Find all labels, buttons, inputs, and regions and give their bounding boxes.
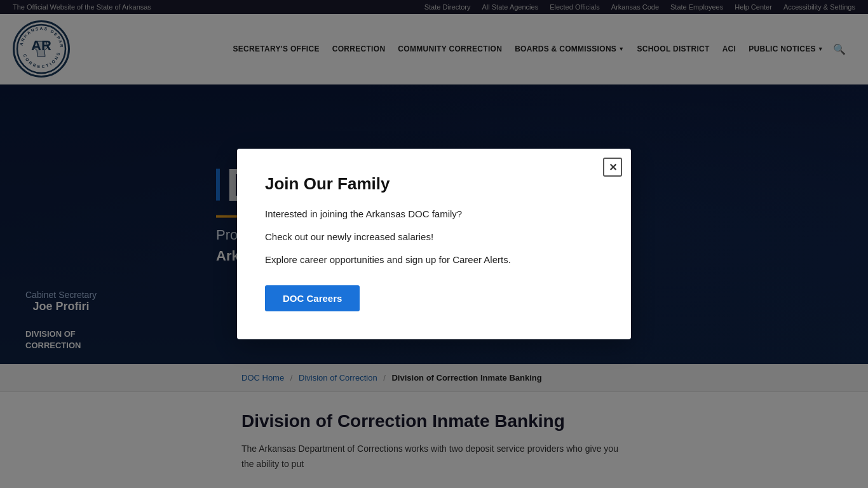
modal-text-2: Check out our newly increased salaries!: [265, 229, 603, 245]
modal-text-3: Explore career opportunities and sign up…: [265, 252, 603, 268]
doc-careers-button[interactable]: DOC Careers: [265, 285, 360, 311]
modal-dialog: ✕ Join Our Family Interested in joining …: [237, 149, 631, 339]
modal-overlay: ✕ Join Our Family Interested in joining …: [0, 0, 868, 488]
modal-close-button[interactable]: ✕: [603, 158, 622, 177]
modal-title: Join Our Family: [265, 174, 603, 194]
modal-text-1: Interested in joining the Arkansas DOC f…: [265, 207, 603, 222]
